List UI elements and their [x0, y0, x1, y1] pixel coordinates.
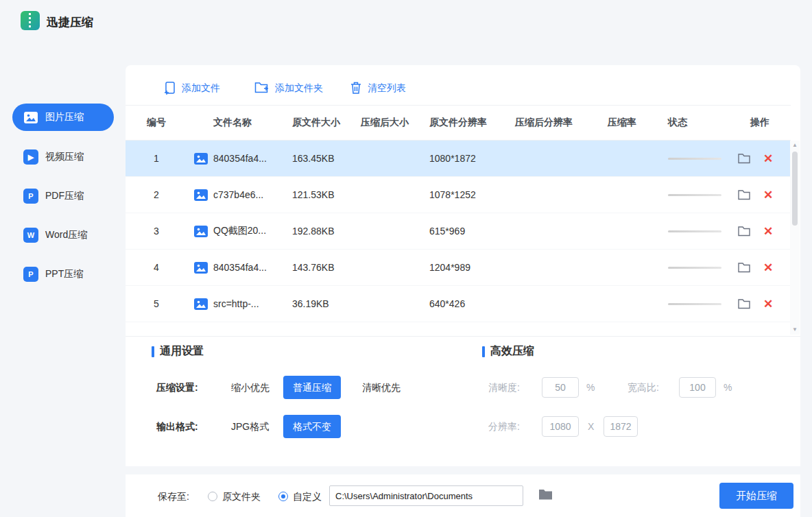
main-panel: 添加文件 添加文件夹 清空列表 编号 文件名称 原文件大小 压缩后大小 原文件分…: [126, 65, 800, 466]
pdf-compress-icon: P: [23, 189, 38, 204]
table-row[interactable]: 3 QQ截图20... 192.88KB 615*969 ✕: [126, 213, 791, 250]
image-file-icon: [194, 226, 208, 237]
cell-orig-res: 1078*1252: [424, 189, 510, 200]
cell-orig-size: 121.53KB: [287, 189, 355, 200]
cell-file-name: src=http-...: [187, 298, 287, 310]
option-shrink-first[interactable]: 缩小优先: [231, 382, 270, 394]
image-compress-icon: [23, 110, 38, 125]
table-header: 编号 文件名称 原文件大小 压缩后大小 原文件分辨率 压缩后分辨率 压缩率 状态…: [126, 105, 791, 141]
sidebar-item-label: PDF压缩: [45, 190, 84, 202]
save-to-label: 保存至:: [158, 491, 189, 503]
add-file-button[interactable]: 添加文件: [163, 76, 220, 101]
delete-icon[interactable]: ✕: [763, 262, 773, 274]
sidebar-item-ppt-compress[interactable]: P PPT压缩: [12, 261, 114, 288]
cell-orig-res: 640*426: [424, 298, 510, 309]
cell-orig-size: 163.45KB: [287, 153, 355, 164]
cell-file-name: 840354fa4...: [187, 153, 287, 165]
col-status: 状态: [657, 117, 729, 129]
table-scrollbar[interactable]: ▲ ▼: [790, 141, 800, 335]
open-folder-icon[interactable]: [737, 189, 751, 201]
cell-action: ✕: [729, 189, 791, 201]
option-jpg-format[interactable]: JPG格式: [231, 421, 269, 433]
clarity-label: 清晰度:: [488, 382, 520, 394]
col-comp-res: 压缩后分辨率: [510, 117, 602, 129]
file-plus-icon: [163, 81, 176, 97]
sidebar-item-image-compress[interactable]: 图片压缩: [12, 104, 114, 131]
title-accent-bar: [482, 346, 485, 357]
clarity-unit: %: [586, 382, 595, 393]
delete-icon[interactable]: ✕: [763, 189, 773, 201]
open-folder-icon[interactable]: [737, 152, 751, 165]
progress-bar: [668, 267, 721, 269]
delete-icon[interactable]: ✕: [763, 298, 773, 310]
table-row[interactable]: 1 840354fa4... 163.45KB 1080*1872 ✕: [126, 141, 791, 177]
image-file-icon: [194, 298, 208, 310]
open-folder-icon[interactable]: [737, 225, 751, 237]
cell-file-name: c737b4e6...: [187, 189, 287, 201]
scrollbar-thumb[interactable]: [792, 152, 798, 226]
aspect-ratio-input[interactable]: [679, 377, 716, 398]
radio-original-folder-label[interactable]: 原文件夹: [222, 491, 261, 503]
resolution-separator: X: [588, 421, 594, 432]
delete-icon[interactable]: ✕: [763, 153, 773, 165]
clear-list-button[interactable]: 清空列表: [350, 76, 406, 101]
progress-bar: [668, 158, 721, 160]
scroll-up-icon[interactable]: ▲: [792, 141, 798, 150]
folder-plus-icon: [254, 81, 270, 96]
table-row[interactable]: 2 c737b4e6... 121.53KB 1078*1252 ✕: [126, 177, 791, 213]
cell-action: ✕: [729, 261, 791, 274]
open-folder-icon[interactable]: [737, 261, 751, 274]
sidebar-item-label: Word压缩: [45, 229, 87, 241]
sidebar-item-word-compress[interactable]: W Word压缩: [12, 221, 114, 249]
add-folder-button[interactable]: 添加文件夹: [254, 76, 323, 101]
image-file-icon: [194, 189, 208, 201]
sidebar-item-label: 图片压缩: [45, 111, 84, 123]
sidebar-item-label: 视频压缩: [45, 151, 84, 163]
sidebar-item-pdf-compress[interactable]: P PDF压缩: [12, 182, 114, 210]
cell-action: ✕: [729, 225, 791, 237]
title-accent-bar: [152, 346, 154, 357]
cell-status: [657, 267, 729, 269]
efficient-compress-title: 高效压缩: [482, 344, 534, 359]
col-orig-res: 原文件分辨率: [424, 117, 510, 129]
cell-status: [657, 194, 729, 196]
sidebar-item-video-compress[interactable]: ▶ 视频压缩: [12, 143, 114, 171]
cell-orig-size: 192.88KB: [287, 226, 355, 237]
trash-icon: [350, 81, 362, 97]
col-file-name: 文件名称: [187, 117, 287, 129]
cell-action: ✕: [729, 152, 791, 165]
col-comp-size: 压缩后大小: [355, 117, 424, 129]
save-path-input[interactable]: [329, 485, 523, 506]
start-compress-button[interactable]: 开始压缩: [719, 483, 793, 509]
table-row[interactable]: 4 840354fa4... 143.76KB 1204*989 ✕: [126, 250, 791, 286]
progress-bar: [668, 230, 721, 232]
word-compress-icon: W: [23, 228, 38, 243]
resolution-width-input[interactable]: [542, 416, 579, 437]
radio-custom-folder-label[interactable]: 自定义: [293, 491, 322, 503]
cell-status: [657, 303, 729, 305]
open-folder-icon[interactable]: [737, 298, 751, 310]
clarity-input[interactable]: [542, 377, 579, 398]
aspect-unit: %: [724, 382, 732, 393]
radio-custom-folder[interactable]: [278, 492, 288, 501]
resolution-height-input[interactable]: [604, 416, 638, 437]
progress-bar: [668, 194, 721, 196]
ppt-compress-icon: P: [23, 267, 38, 282]
col-ratio: 压缩率: [602, 117, 657, 129]
cell-orig-size: 36.19KB: [287, 298, 355, 309]
radio-original-folder[interactable]: [208, 492, 217, 501]
image-file-icon: [194, 153, 208, 165]
progress-bar: [668, 303, 721, 305]
option-clarity-first[interactable]: 清晰优先: [362, 382, 401, 394]
table-row[interactable]: 5 src=http-... 36.19KB 640*426 ✕: [126, 286, 791, 322]
cell-orig-res: 615*969: [424, 226, 510, 237]
scroll-down-icon[interactable]: ▼: [792, 325, 798, 335]
option-normal-compress-button[interactable]: 普通压缩: [283, 376, 341, 399]
browse-folder-icon[interactable]: [538, 488, 553, 503]
option-keep-format-button[interactable]: 格式不变: [283, 415, 341, 438]
cell-orig-size: 143.76KB: [287, 262, 355, 273]
col-orig-size: 原文件大小: [287, 117, 355, 129]
cell-no: 2: [126, 189, 187, 200]
delete-icon[interactable]: ✕: [763, 226, 773, 237]
resolution-label: 分辨率:: [488, 421, 520, 433]
